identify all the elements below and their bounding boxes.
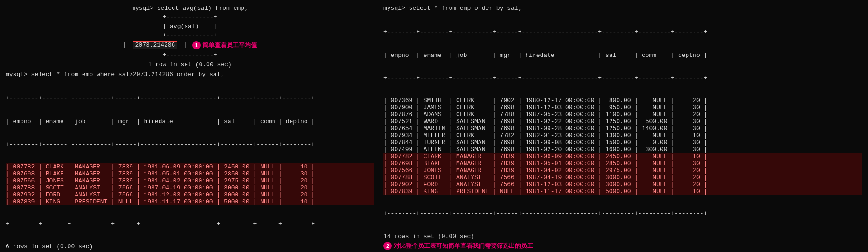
where-prefix: mysql> select * from emp where <box>6 71 118 78</box>
left-table-row: | 007782 | CLARK | MANAGER | 7839 | 1981… <box>6 163 374 170</box>
left-table-row: | 007698 | BLAKE | MANAGER | 7839 | 1981… <box>6 170 374 177</box>
right-header: | empno | ename | job | mgr | hiredate |… <box>383 51 862 60</box>
left-table-row: | 007902 | FORD | ANALYST | 7566 | 1981-… <box>6 191 374 198</box>
right-table-row: | 007900 | JAMES | CLERK | 7698 | 1981-1… <box>383 104 862 111</box>
right-table-row: | 007654 | MARTIN | SALESMAN | 7698 | 19… <box>383 125 862 132</box>
right-result: 14 rows in set (0.00 sec) <box>383 233 862 240</box>
left-result: 6 rows in set (0.00 sec) <box>6 243 374 250</box>
where-suffix: order by sal; <box>173 71 224 78</box>
left-table-row: | 007788 | SCOTT | ANALYST | 7566 | 1987… <box>6 184 374 191</box>
right-table-row: | 007788 | SCOTT | ANALYST | 7566 | 1987… <box>383 174 862 181</box>
avg-prefix: | <box>123 42 130 49</box>
avg-header: | avg(sal) | <box>6 22 374 31</box>
right-table-row: | 007839 | KING | PRESIDENT | NULL | 198… <box>383 188 862 195</box>
left-border-mid: +--------+-------+-----------+------+---… <box>6 140 374 149</box>
right-table-row: | 007499 | ALLEN | SALESMAN | 7698 | 198… <box>383 146 862 153</box>
annotation-1: 1 简单查看员工平均值 <box>192 41 257 49</box>
left-header: | empno | ename | job | mgr | hiredate |… <box>6 117 374 126</box>
right-table-row: | 007902 | FORD | ANALYST | 7566 | 1981-… <box>383 181 862 188</box>
right-table-row: | 007876 | ADAMS | CLERK | 7788 | 1987-0… <box>383 111 862 118</box>
left-border-bot: +--------+-------+-----------+------+---… <box>6 219 374 229</box>
left-table-row: | 007566 | JONES | MANAGER | 7839 | 1981… <box>6 177 374 184</box>
avg-suffix: | <box>180 42 187 49</box>
right-border-top: +--------+--------+-----------+------+--… <box>383 28 862 37</box>
right-table-row: | 007521 | WARD | SALESMAN | 7698 | 1981… <box>383 118 862 125</box>
avg-query-line: mysql> select avg(sal) from emp; <box>6 5 374 12</box>
right-table-row: | 007934 | MILLER | CLERK | 7782 | 1982-… <box>383 132 862 139</box>
left-rows: | 007782 | CLARK | MANAGER | 7839 | 1981… <box>6 163 374 205</box>
left-table-row: | 007839 | KING | PRESIDENT | NULL | 198… <box>6 198 374 205</box>
avg-border3: +-------------+ <box>6 50 374 60</box>
right-border-bot: +--------+--------+-----------+------+--… <box>383 209 862 218</box>
right-panel: mysql> select * from emp order by sal; +… <box>379 5 862 247</box>
left-table: +--------+-------+-----------+------+---… <box>6 80 374 242</box>
right-border-mid: +--------+--------+-----------+------+--… <box>383 74 862 83</box>
right-table-row: | 007844 | TURNER | SALESMAN | 7698 | 19… <box>383 139 862 146</box>
right-table-row: | 007782 | CLARK | MANAGER | 7839 | 1981… <box>383 153 862 160</box>
annotation-2: 2 对比整个员工表可知简单查看我们需要筛选出的员工 <box>383 242 533 250</box>
avg-value: 2073.214286 <box>133 41 178 49</box>
avg-border-top: +-------------+ <box>6 13 374 22</box>
right-table-row: | 007369 | SMITH | CLERK | 7902 | 1980-1… <box>383 97 862 104</box>
right-rows: | 007369 | SMITH | CLERK | 7902 | 1980-1… <box>383 97 862 195</box>
annotation-1-text: 简单查看员工平均值 <box>202 41 257 49</box>
left-panel: mysql> select avg(sal) from emp; +------… <box>6 5 379 247</box>
left-border-top: +--------+-------+-----------+------+---… <box>6 94 374 103</box>
right-query: mysql> select * from emp order by sal; <box>383 5 862 12</box>
avg-border2: +-------------+ <box>6 31 374 40</box>
badge-1: 1 <box>192 41 201 49</box>
right-table: +--------+--------+-----------+------+--… <box>383 14 862 232</box>
avg-result: 1 row in set (0.00 sec) <box>6 61 374 68</box>
annotation-2-text: 对比整个员工表可知简单查看我们需要筛选出的员工 <box>394 242 533 250</box>
where-condition: sal>2073.214286 <box>118 71 173 78</box>
right-table-row: | 007698 | BLAKE | MANAGER | 7839 | 1981… <box>383 160 862 167</box>
badge-2: 2 <box>383 242 392 250</box>
right-table-row: | 007566 | JONES | MANAGER | 7839 | 1981… <box>383 167 862 174</box>
